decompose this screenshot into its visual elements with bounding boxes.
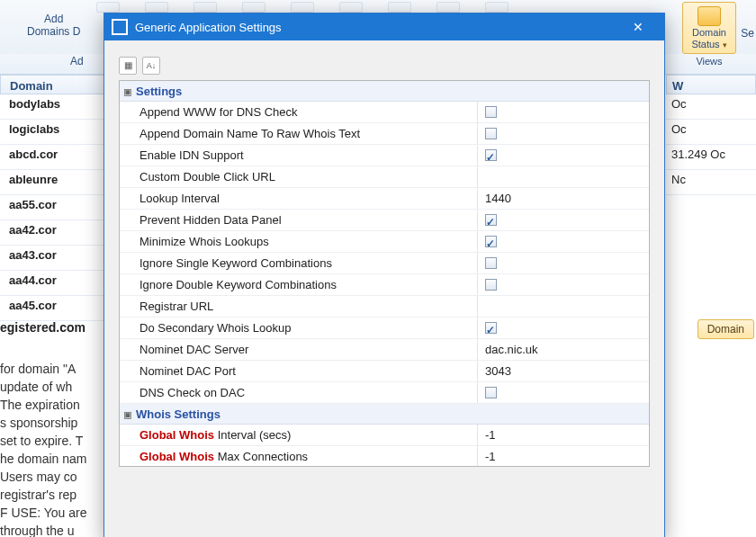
prop-value[interactable] — [478, 210, 649, 230]
prop-value[interactable]: 1440 — [478, 188, 649, 209]
collapse-icon[interactable]: ▣ — [120, 85, 136, 98]
domain-status-button[interactable]: Domain Status ▾ — [682, 2, 736, 54]
prop-lookup-interval[interactable]: Lookup Interval 1440 — [120, 188, 649, 210]
settings-dialog: Generic Application Settings ✕ ▦ A↓ ▣ Se… — [104, 13, 665, 537]
prop-value[interactable] — [478, 145, 649, 166]
prop-value[interactable] — [478, 123, 649, 144]
close-button[interactable]: ✕ — [619, 16, 657, 38]
table-row[interactable]: abcd.cor — [0, 145, 108, 170]
sort-categorized-button[interactable]: ▦ — [119, 57, 137, 75]
prop-dns-check-dac[interactable]: DNS Check on DAC — [120, 382, 649, 404]
domain-grid-left: Domain bodylabs logiclabs abcd.cor ableu… — [0, 75, 108, 321]
table-row[interactable]: aa42.cor — [0, 220, 108, 246]
prop-label: Prevent Hidden Data Panel — [120, 210, 478, 230]
checkbox-icon[interactable] — [485, 214, 497, 226]
prop-global-whois-interval[interactable]: Global Whois Interval (secs) -1 — [120, 425, 649, 446]
prop-value[interactable] — [478, 102, 649, 122]
prop-append-domain[interactable]: Append Domain Name To Raw Whois Text — [120, 123, 649, 145]
table-row[interactable]: 31.249 Oc — [666, 145, 756, 170]
column-header-domain[interactable]: Domain — [0, 75, 108, 94]
prop-label: Custom Double Click URL — [120, 166, 478, 187]
prop-append-www[interactable]: Append WWW for DNS Check — [120, 102, 649, 123]
info-line: Users may co — [0, 468, 108, 486]
prop-min-whois[interactable]: Minimize Whois Lookups — [120, 231, 649, 253]
prop-value[interactable] — [478, 166, 649, 187]
table-row[interactable]: aa43.cor — [0, 246, 108, 271]
prop-value[interactable] — [478, 231, 649, 252]
prop-nominet-server[interactable]: Nominet DAC Server dac.nic.uk — [120, 339, 649, 361]
prop-label: Minimize Whois Lookups — [120, 231, 478, 252]
sort-alphabetical-button[interactable]: A↓ — [142, 57, 160, 75]
prop-nominet-port[interactable]: Nominet DAC Port 3043 — [120, 361, 649, 382]
prop-label: Ignore Single Keyword Combinations — [120, 253, 478, 273]
prop-value[interactable]: 3043 — [478, 361, 649, 381]
prop-label: Nominet DAC Port — [120, 361, 478, 381]
prop-label: Append WWW for DNS Check — [120, 102, 478, 122]
prop-value[interactable]: dac.nic.uk — [478, 339, 649, 360]
prop-label-prefix: Global Whois — [140, 450, 214, 463]
checkbox-icon[interactable] — [485, 322, 497, 334]
checkbox-icon[interactable] — [485, 279, 497, 291]
domain-status-line1: Domain — [685, 27, 734, 39]
prop-prevent-hidden[interactable]: Prevent Hidden Data Panel — [120, 210, 649, 231]
table-row[interactable]: logiclabs — [0, 120, 108, 145]
prop-registrar-url[interactable]: Registrar URL — [120, 296, 649, 318]
checkbox-icon[interactable] — [485, 257, 497, 269]
category-whois-settings[interactable]: ▣ Whois Settings — [120, 404, 649, 425]
prop-enable-idn[interactable]: Enable IDN Support — [120, 145, 649, 166]
prop-ignore-single[interactable]: Ignore Single Keyword Combinations — [120, 253, 649, 274]
add-domains-line1: Add — [27, 13, 80, 25]
info-line: registrar's rep — [0, 486, 108, 504]
prop-global-whois-maxconn[interactable]: Global Whois Max Connections -1 — [120, 446, 649, 467]
collapse-icon[interactable]: ▣ — [120, 407, 136, 421]
prop-value[interactable] — [478, 318, 649, 338]
prop-value[interactable] — [478, 274, 649, 295]
prop-ignore-double[interactable]: Ignore Double Keyword Combinations — [120, 274, 649, 296]
checkbox-icon[interactable] — [485, 387, 497, 398]
add-domains-line2: Domains — [27, 25, 69, 38]
prop-value[interactable]: -1 — [478, 425, 649, 445]
whois-info-text: for domain "A update of wh The expiratio… — [0, 360, 108, 537]
domain-status-icon — [698, 6, 721, 26]
checkbox-icon[interactable] — [485, 128, 497, 139]
prop-custom-dbl[interactable]: Custom Double Click URL — [120, 166, 649, 188]
info-line: F USE: You are — [0, 504, 108, 522]
checkbox-icon[interactable] — [485, 106, 497, 118]
info-line: update of wh — [0, 378, 108, 396]
table-row[interactable]: aa44.cor — [0, 271, 108, 296]
column-header-w[interactable]: W — [666, 75, 756, 94]
info-line: through the u — [0, 522, 108, 537]
chevron-down-icon: ▾ — [723, 40, 727, 49]
info-line: s sponsorship — [0, 414, 108, 432]
checkbox-icon[interactable] — [485, 236, 497, 247]
prop-value[interactable] — [478, 382, 649, 403]
domain-button-label: Domain — [707, 323, 744, 336]
prop-secondary-whois[interactable]: Do Secondary Whois Lookup — [120, 318, 649, 339]
table-row[interactable]: Nc — [666, 170, 756, 195]
prop-value[interactable] — [478, 296, 649, 317]
prop-value[interactable]: -1 — [478, 446, 649, 467]
table-row[interactable]: ableunre — [0, 170, 108, 195]
category-settings[interactable]: ▣ Settings — [120, 81, 649, 102]
table-row[interactable]: aa55.cor — [0, 195, 108, 220]
table-row[interactable]: Oc — [666, 94, 756, 120]
titlebar[interactable]: Generic Application Settings ✕ — [104, 13, 664, 40]
add-domains-button[interactable]: Add Domains D — [27, 13, 80, 38]
prop-label: Enable IDN Support — [120, 145, 478, 166]
info-line: The expiration — [0, 396, 108, 414]
info-line: set to expire. T — [0, 432, 108, 450]
registered-label: egistered.com — [0, 320, 86, 335]
prop-label: Do Secondary Whois Lookup — [120, 318, 478, 338]
prop-label: Lookup Interval — [120, 188, 478, 209]
domain-button[interactable]: Domain — [698, 319, 754, 339]
info-line: for domain "A — [0, 360, 108, 378]
table-row[interactable]: Oc — [666, 120, 756, 145]
prop-label: Global Whois Interval (secs) — [120, 425, 478, 445]
table-row[interactable]: aa45.cor — [0, 296, 108, 321]
property-grid: ▣ Settings Append WWW for DNS Check Appe… — [119, 80, 650, 467]
prop-value[interactable] — [478, 253, 649, 273]
ribbon-group-label-views: Views — [682, 56, 736, 67]
table-row[interactable]: bodylabs — [0, 94, 108, 120]
close-icon: ✕ — [633, 20, 644, 34]
checkbox-icon[interactable] — [485, 149, 497, 161]
